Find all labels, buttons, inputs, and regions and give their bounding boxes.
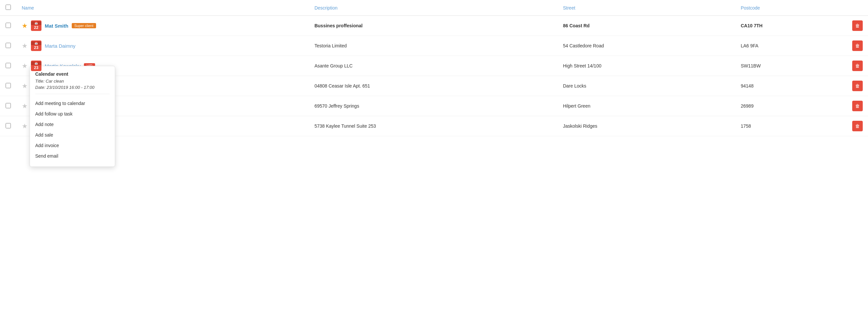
popup-divider (35, 94, 110, 94)
row-description-cell: 69570 Jeffrey Springs (309, 96, 558, 116)
row-street-cell: Jaskolski Ridges (558, 116, 735, 136)
row-street-cell: Dare Locks (558, 76, 735, 96)
header-postcode: Postcode (735, 0, 847, 16)
table-row: ★ 04808 Ceasar Isle Apt. 651 Dare Locks … (0, 76, 868, 96)
star-icon[interactable]: ★ (22, 82, 28, 90)
popup-action-add-invoice[interactable]: Add invoice (35, 140, 110, 151)
popup-event-date-label: Date: (35, 85, 47, 90)
row-street-cell: 86 Coast Rd (558, 16, 735, 36)
popup-action-send-email[interactable]: Send email (35, 151, 110, 161)
postcode-text: CA10 7TH (741, 23, 763, 28)
contact-name-link[interactable]: Marta Daimny (45, 43, 75, 49)
popup-action-add-sale[interactable]: Add sale (35, 130, 110, 140)
star-icon[interactable]: ★ (22, 62, 28, 70)
popup-event-title: Title: Car clean (35, 79, 110, 84)
postcode-text: 94148 (741, 83, 753, 89)
trash-icon: 🗑 (855, 103, 860, 109)
popup-event-title-label: Title: (35, 79, 46, 84)
row-checkbox[interactable] (6, 63, 11, 68)
star-icon[interactable]: ★ (22, 42, 28, 50)
street-text: Dare Locks (563, 83, 586, 89)
description-text: Bussines proffesional (315, 23, 363, 28)
row-postcode-cell: 1758 (735, 116, 847, 136)
street-text: Jaskolski Ridges (563, 123, 597, 129)
row-action-cell: 🗑 (847, 116, 868, 136)
row-description-cell: 04808 Ceasar Isle Apt. 651 (309, 76, 558, 96)
star-icon[interactable]: ★ (22, 122, 28, 130)
description-text: 04808 Ceasar Isle Apt. 651 (315, 83, 370, 89)
row-checkbox[interactable] (6, 83, 11, 88)
popup-action-follow-up[interactable]: Add follow up task (35, 109, 110, 119)
header-action (847, 0, 868, 16)
trash-icon: 🗑 (855, 23, 860, 28)
popup-action-add-note[interactable]: Add note (35, 119, 110, 130)
popup-title: Calendar event (35, 71, 110, 77)
header-street: Street (558, 0, 735, 16)
postcode-text: SW11BW (741, 63, 761, 68)
street-text: Hilpert Green (563, 103, 590, 109)
row-description-cell: 5738 Kaylee Tunnel Suite 253 (309, 116, 558, 136)
trash-icon: 🗑 (855, 63, 860, 68)
street-text: 54 Castledore Road (563, 43, 604, 49)
row-postcode-cell: CA10 7TH (735, 16, 847, 36)
table-row: ★ 5738 Kaylee Tunnel Suite 253 Jaskolski… (0, 116, 868, 136)
row-checkbox[interactable] (6, 23, 11, 28)
description-text: Testoria Limited (315, 43, 347, 49)
delete-button[interactable]: 🗑 (852, 40, 863, 51)
star-icon[interactable]: ★ (22, 22, 28, 30)
row-checkbox[interactable] (6, 123, 11, 128)
row-postcode-cell: LA6 9FA (735, 36, 847, 56)
contacts-table: Name Description Street Postcode (0, 0, 868, 136)
row-description-cell: Bussines proffesional (309, 16, 558, 36)
row-checkbox-cell (0, 76, 17, 96)
star-icon[interactable]: ★ (22, 102, 28, 110)
delete-button[interactable]: 🗑 (852, 21, 863, 31)
postcode-text: 26989 (741, 103, 753, 109)
popup-event-title-value: Car clean (46, 79, 64, 84)
row-postcode-cell: 94148 (735, 76, 847, 96)
row-name-cell: ★ 📅 23 Martin Kowalsky VIP Calendar even… (17, 56, 309, 76)
row-street-cell: High Street 14/100 (558, 56, 735, 76)
row-checkbox-cell (0, 36, 17, 56)
delete-button[interactable]: 🗑 (852, 61, 863, 71)
row-action-cell: 🗑 (847, 76, 868, 96)
postcode-text: 1758 (741, 123, 751, 129)
calendar-icon[interactable]: 📅 23 (31, 40, 41, 51)
trash-icon: 🗑 (855, 123, 860, 129)
popup-action-add-meeting[interactable]: Add meeting to calendar (35, 98, 110, 109)
popup-event-date: Date: 23/10/2019 16:00 - 17:00 (35, 85, 110, 90)
trash-icon: 🗑 (855, 83, 860, 89)
select-all-checkbox[interactable] (6, 5, 11, 10)
calendar-icon[interactable]: 📅 23 (31, 61, 41, 71)
row-postcode-cell: SW11BW (735, 56, 847, 76)
row-street-cell: 54 Castledore Road (558, 36, 735, 56)
description-text: 5738 Kaylee Tunnel Suite 253 (315, 123, 376, 129)
super-client-badge: Super client (72, 23, 96, 28)
delete-button[interactable]: 🗑 (852, 101, 863, 111)
row-checkbox-cell (0, 16, 17, 36)
description-text: Asante Group LLC (315, 63, 353, 68)
row-checkbox-cell (0, 56, 17, 76)
row-action-cell: 🗑 (847, 16, 868, 36)
description-text: 69570 Jeffrey Springs (315, 103, 359, 109)
row-action-cell: 🗑 (847, 36, 868, 56)
delete-button[interactable]: 🗑 (852, 121, 863, 131)
row-name-cell: ★ 📅 23 Marta Daimny (17, 36, 309, 56)
street-text: 86 Coast Rd (563, 23, 590, 28)
trash-icon: 🗑 (855, 43, 860, 49)
contacts-table-container: Name Description Street Postcode (0, 0, 868, 335)
row-action-cell: 🗑 (847, 56, 868, 76)
header-checkbox-cell (0, 0, 17, 16)
table-header-row: Name Description Street Postcode (0, 0, 868, 16)
contact-name-link[interactable]: Mat Smith (45, 23, 68, 29)
postcode-text: LA6 9FA (741, 43, 758, 49)
header-description: Description (309, 0, 558, 16)
table-row: ★ tag2 tag3 69570 Jeffrey Springs Hilper… (0, 96, 868, 116)
row-checkbox[interactable] (6, 103, 11, 108)
name-cell-content: ★ 📅 23 Marta Daimny (22, 40, 304, 51)
delete-button[interactable]: 🗑 (852, 81, 863, 91)
row-checkbox[interactable] (6, 43, 11, 48)
row-name-cell: ★ 📅 22 Mat Smith Super client (17, 16, 309, 36)
row-description-cell: Asante Group LLC (309, 56, 558, 76)
calendar-icon[interactable]: 📅 22 (31, 21, 41, 31)
